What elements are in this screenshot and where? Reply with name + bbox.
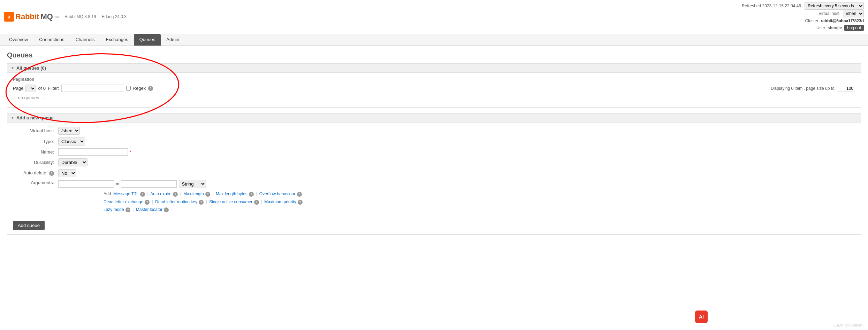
arg-link-max-length-bytes[interactable]: Max length bytes	[216, 191, 248, 196]
refreshed-label: Refreshed 2023-12-15 22:04:46	[742, 3, 801, 8]
vhost-label: Virtual host:	[13, 128, 58, 133]
pagination-label: Pagination	[13, 77, 855, 82]
regex-checkbox[interactable]	[126, 86, 131, 91]
all-queues-header[interactable]: ▼ All queues (0)	[7, 63, 861, 73]
page-title: Queues	[7, 51, 861, 59]
type-label: Type:	[13, 139, 58, 144]
logo: à RabbitMQTM	[4, 12, 59, 22]
arg-link-auto-expire[interactable]: Auto expire	[150, 191, 172, 196]
name-label: Name:	[13, 149, 58, 155]
arg-link-overflow[interactable]: Overflow behaviour	[259, 191, 295, 196]
all-queues-arrow: ▼	[11, 66, 14, 70]
vhost-row: Virtual host: /shen /	[13, 127, 855, 135]
user-row: User shenjie Log out	[742, 24, 864, 31]
regex-label: Regex	[133, 86, 146, 91]
vhost-select[interactable]: /shen /	[58, 127, 80, 135]
top-bar: à RabbitMQTM RabbitMQ 3.8.19 Erlang 24.0…	[0, 0, 868, 34]
page-select[interactable]	[25, 85, 36, 92]
refresh-row: Refreshed 2023-12-15 22:04:46 Refresh ev…	[742, 2, 864, 10]
auto-delete-select[interactable]: No Yes	[58, 169, 76, 177]
add-queue-body: Virtual host: /shen / Type: Classic Quor…	[7, 123, 861, 235]
refresh-select[interactable]: Refresh every 5 seconds Refresh every 10…	[805, 2, 864, 10]
add-label: Add	[104, 191, 112, 196]
arg-link-single-active-consumer[interactable]: Single active consumer	[209, 199, 252, 204]
nav-bar: Overview Connections Channels Exchanges …	[0, 34, 868, 46]
cluster-label: Cluster	[805, 18, 818, 23]
erlang-version: Erlang 24.0.3	[102, 14, 127, 19]
arg-type-select[interactable]: String Number Boolean List	[179, 180, 206, 188]
pagination-row: Page of 0 Filter: Regex ?	[13, 85, 153, 92]
type-select[interactable]: Classic Quorum	[58, 138, 85, 146]
nav-queues[interactable]: Queues	[134, 34, 161, 46]
no-queues-message: ... no queues ...	[13, 92, 855, 103]
overflow-help[interactable]: ?	[297, 192, 302, 197]
arg-equals: =	[116, 181, 119, 187]
filter-label: Filter:	[48, 86, 59, 91]
cluster-name: rabbit@6abaa1f7823d	[821, 18, 864, 23]
filter-input[interactable]	[61, 85, 124, 92]
auto-delete-help-icon[interactable]: ?	[49, 171, 54, 176]
virtual-host-label: Virtual host	[818, 11, 839, 16]
arg-link-dead-letter-routing-key[interactable]: Dead letter routing key	[155, 199, 197, 204]
arg-link-master-locator[interactable]: Master locator	[136, 207, 162, 212]
all-queues-section: ▼ All queues (0) Pagination Page of 0 Fi…	[7, 63, 861, 108]
args-links: Add Message TTL ? | Auto expire ? | Max …	[58, 190, 303, 214]
max-length-help[interactable]: ?	[205, 192, 210, 197]
name-row: Name: *	[13, 148, 855, 156]
main-content: Queues ▼ All queues (0) Pagination Page …	[0, 46, 868, 240]
message-ttl-help[interactable]: ?	[140, 192, 145, 197]
auto-delete-label: Auto delete: ?	[13, 170, 58, 176]
page-label: Page	[13, 86, 23, 91]
virtual-host-select[interactable]: /shen /	[843, 10, 864, 17]
durability-select[interactable]: Durable Transient	[58, 158, 87, 166]
single-active-consumer-help[interactable]: ?	[254, 200, 259, 205]
arg-link-dead-letter-exchange[interactable]: Dead letter exchange	[104, 199, 143, 204]
virtual-host-row: Virtual host /shen /	[742, 10, 864, 17]
arg-link-lazy-mode[interactable]: Lazy mode	[104, 207, 124, 212]
arguments-row: Arguments: = String Number Boolean List	[13, 180, 855, 214]
required-mark: *	[129, 149, 131, 155]
add-queue-section: ▼ Add a new queue Virtual host: /shen / …	[7, 113, 861, 235]
add-queue-button[interactable]: Add queue	[13, 221, 45, 230]
arguments-content: = String Number Boolean List Add Mes	[58, 180, 303, 214]
auto-delete-row: Auto delete: ? No Yes	[13, 169, 855, 177]
nav-admin[interactable]: Admin	[161, 34, 185, 46]
logo-area: à RabbitMQTM RabbitMQ 3.8.19 Erlang 24.0…	[4, 12, 127, 22]
all-queues-body: Pagination Page of 0 Filter: Regex ?	[7, 73, 861, 108]
master-locator-help[interactable]: ?	[164, 207, 169, 212]
dead-letter-exchange-help[interactable]: ?	[145, 200, 150, 205]
add-queue-title: Add a new queue	[16, 115, 54, 120]
max-length-bytes-help[interactable]: ?	[249, 192, 254, 197]
of-label: of 0	[38, 86, 46, 91]
name-input[interactable]	[58, 148, 128, 156]
arguments-label: Arguments:	[13, 180, 58, 185]
arguments-inputs: = String Number Boolean List	[58, 180, 303, 188]
username: shenjie	[828, 25, 842, 30]
pagination-right: Displaying 0 item , page size up to:	[771, 85, 855, 92]
top-right: Refreshed 2023-12-15 22:04:46 Refresh ev…	[742, 2, 864, 32]
arg-link-message-ttl[interactable]: Message TTL	[113, 191, 139, 196]
page-size-input[interactable]	[838, 85, 855, 92]
rabbitmq-version: RabbitMQ 3.8.19	[64, 14, 96, 19]
dead-letter-routing-key-help[interactable]: ?	[199, 200, 204, 205]
lazy-mode-help[interactable]: ?	[125, 207, 130, 212]
cluster-row: Cluster rabbit@6abaa1f7823d	[742, 17, 864, 24]
max-priority-help[interactable]: ?	[298, 200, 303, 205]
logo-tm: TM	[54, 15, 59, 18]
nav-channels[interactable]: Channels	[70, 34, 100, 46]
nav-exchanges[interactable]: Exchanges	[100, 34, 134, 46]
arg-key-input[interactable]	[58, 180, 114, 188]
auto-expire-help[interactable]: ?	[173, 192, 178, 197]
logo-rabbit: Rabbit	[15, 12, 39, 21]
add-queue-header[interactable]: ▼ Add a new queue	[7, 113, 861, 123]
arg-value-input[interactable]	[121, 180, 177, 188]
nav-connections[interactable]: Connections	[33, 34, 70, 46]
user-label: User	[816, 25, 825, 30]
regex-help-icon[interactable]: ?	[148, 86, 153, 91]
arg-link-max-length[interactable]: Max length	[183, 191, 204, 196]
displaying-label: Displaying 0 item , page size up to:	[771, 86, 836, 91]
logout-button[interactable]: Log out	[844, 25, 864, 31]
arg-link-max-priority[interactable]: Maximum priority	[264, 199, 296, 204]
durability-label: Durability:	[13, 160, 58, 165]
nav-overview[interactable]: Overview	[3, 34, 33, 46]
